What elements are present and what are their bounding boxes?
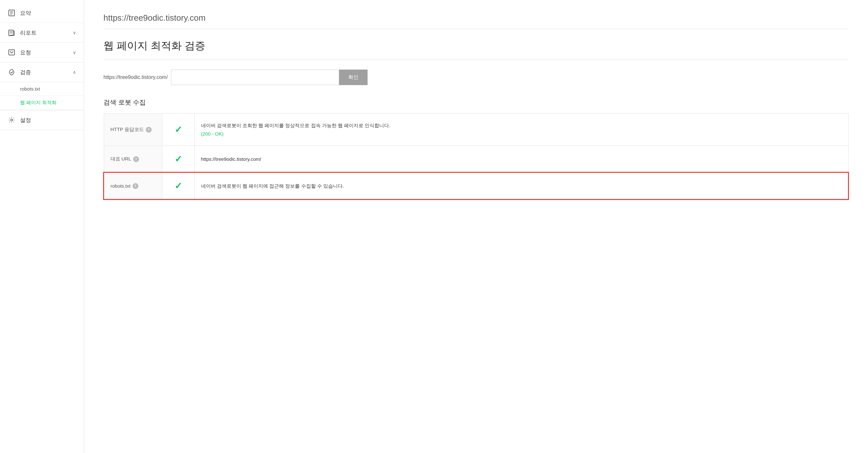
table-row-rep-url: 대표 URL ? ✓ https://tree9odic.tistory.com… — [104, 146, 848, 173]
check-rep-url: ✓ — [162, 146, 194, 173]
desc-rep-url: https://tree9odic.tistory.com/ — [194, 146, 848, 173]
check-mark-http: ✓ — [175, 124, 182, 135]
svg-rect-7 — [9, 50, 14, 55]
help-icon-robots[interactable]: ? — [132, 183, 138, 189]
main-content: https://tree9odic.tistory.com 웹 페이지 최적화 … — [84, 0, 868, 453]
url-input-row: https://tree9odic.tistory.com/ 확인 — [103, 69, 848, 85]
sidebar-item-request[interactable]: 요청 ∨ — [0, 43, 84, 62]
svg-point-8 — [11, 119, 12, 121]
page-title: 웹 페이지 최적화 검증 — [103, 39, 848, 60]
label-rep-url: 대표 URL ? — [104, 146, 162, 173]
check-mark-robots: ✓ — [175, 181, 182, 191]
sidebar-item-verify[interactable]: 검증 ∧ — [0, 62, 84, 82]
sidebar-item-summary[interactable]: 요약 — [0, 3, 84, 23]
sidebar-item-settings[interactable]: 설정 — [0, 110, 84, 130]
site-url: https://tree9odic.tistory.com — [103, 13, 848, 29]
request-chevron: ∨ — [73, 50, 76, 55]
check-table: HTTP 응답코드 ? ✓ 네이버 검색로봇이 조회한 웹 페이지를 정상적으로… — [103, 113, 848, 200]
table-row-robots: robots.txt ? ✓ 네이버 검색로봇이 웹 페이지에 접근해 정보를 … — [104, 172, 848, 199]
request-icon — [8, 49, 16, 56]
sidebar-sub-menu: robots.txt 웹 페이지 최적화 — [0, 82, 84, 110]
url-path-input[interactable] — [171, 69, 339, 85]
section-title: 검색 로봇 수집 — [103, 98, 848, 107]
sidebar-sub-item-webpage-optimize[interactable]: 웹 페이지 최적화 — [0, 96, 84, 110]
sidebar-item-summary-label: 요약 — [20, 9, 31, 17]
table-row-http-status: HTTP 응답코드 ? ✓ 네이버 검색로봇이 조회한 웹 페이지를 정상적으로… — [104, 114, 848, 146]
sidebar-item-report[interactable]: 리포트 ∨ — [0, 23, 84, 43]
verify-chevron: ∧ — [73, 69, 76, 75]
help-icon-repurl[interactable]: ? — [133, 156, 139, 162]
url-prefix: https://tree9odic.tistory.com/ — [103, 75, 168, 80]
sidebar-sub-item-robots[interactable]: robots.txt — [0, 82, 84, 96]
help-icon-http[interactable]: ? — [146, 127, 152, 133]
check-http-status: ✓ — [162, 114, 194, 146]
desc-robots: 네이버 검색로봇이 웹 페이지에 접근해 정보를 수집할 수 있습니다. — [194, 172, 848, 199]
report-icon — [8, 29, 16, 36]
sidebar-item-settings-label: 설정 — [20, 116, 31, 124]
status-ok-text: (200 - OK) — [201, 131, 224, 137]
sidebar-item-report-label: 리포트 — [20, 29, 36, 36]
sidebar-item-request-label: 요청 — [20, 49, 31, 56]
label-http-status: HTTP 응답코드 ? — [104, 114, 162, 146]
sidebar: 요약 리포트 ∨ 요청 — [0, 0, 84, 453]
summary-icon — [8, 9, 16, 17]
confirm-button[interactable]: 확인 — [339, 69, 368, 85]
report-chevron: ∨ — [73, 30, 76, 35]
label-robots: robots.txt ? — [104, 172, 162, 199]
sidebar-item-verify-label: 검증 — [20, 68, 31, 76]
settings-icon — [8, 116, 16, 124]
verify-icon — [8, 68, 16, 76]
check-robots: ✓ — [162, 172, 194, 199]
desc-http-status: 네이버 검색로봇이 조회한 웹 페이지를 정상적으로 접속 가능한 웹 페이지로… — [194, 114, 848, 146]
check-mark-repurl: ✓ — [175, 154, 182, 164]
